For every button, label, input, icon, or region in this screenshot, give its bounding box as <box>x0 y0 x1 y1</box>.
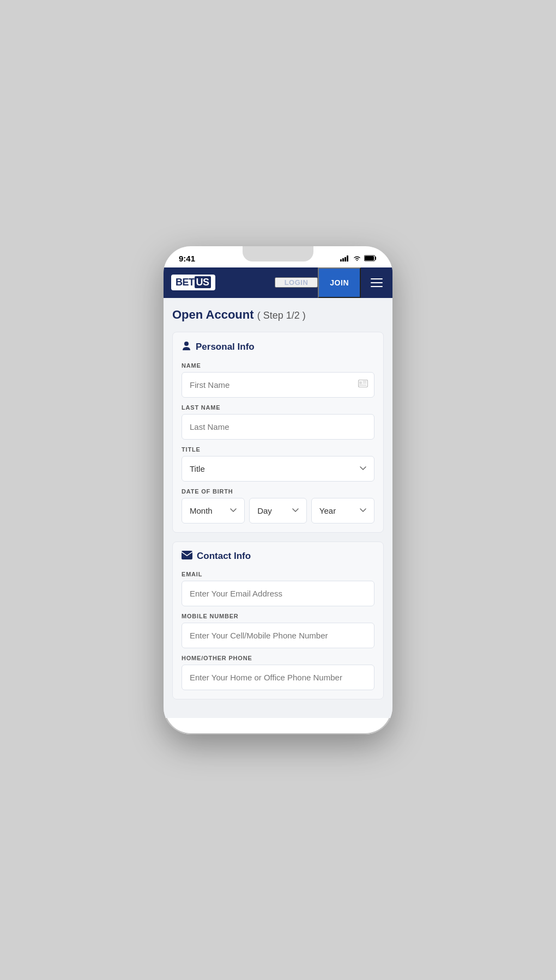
logo-box: BETUS <box>171 275 215 290</box>
month-field: Month January February March April May J… <box>182 498 245 524</box>
title-select[interactable]: Title Mr Mrs Ms Dr <box>182 456 374 482</box>
svg-rect-2 <box>345 257 346 261</box>
home-phone-label: HOME/OTHER PHONE <box>182 655 374 661</box>
login-button[interactable]: LOGIN <box>275 277 318 288</box>
join-button[interactable]: JOIN <box>318 267 361 298</box>
last-name-input[interactable] <box>182 414 374 440</box>
first-name-field-wrapper <box>182 372 374 398</box>
phone-frame: 9:41 <box>164 246 392 734</box>
svg-point-6 <box>184 342 189 346</box>
page-title: Open Account ( Step 1/2 ) <box>172 308 384 322</box>
logo-us: US <box>195 276 211 288</box>
svg-rect-5 <box>365 256 374 260</box>
navigation-bar: BETUS LOGIN JOIN <box>164 267 392 298</box>
svg-rect-12 <box>182 551 192 559</box>
hamburger-line-2 <box>371 282 383 283</box>
logo-text: BETUS <box>176 277 211 288</box>
dob-label: DATE OF BIRTH <box>182 488 374 495</box>
svg-rect-8 <box>359 381 362 384</box>
logo-area: BETUS <box>164 269 275 296</box>
mobile-label: MOBILE NUMBER <box>182 613 374 619</box>
personal-info-section: Personal Info NAME LAST NAME TITLE <box>172 332 384 533</box>
hamburger-menu[interactable] <box>361 267 392 298</box>
personal-info-header: Personal Info <box>182 341 374 354</box>
day-select[interactable]: Day 123456789101112131415161718192021222… <box>249 498 307 524</box>
hamburger-line-3 <box>371 286 383 287</box>
id-card-icon <box>358 380 368 389</box>
contact-info-title: Contact Info <box>197 551 251 562</box>
mobile-input[interactable] <box>182 623 374 648</box>
svg-rect-0 <box>340 259 342 261</box>
status-time: 9:41 <box>179 254 195 263</box>
dob-row: Month January February March April May J… <box>182 498 374 524</box>
notch <box>243 246 313 261</box>
contact-info-header: Contact Info <box>182 551 374 562</box>
name-label: NAME <box>182 362 374 369</box>
svg-rect-3 <box>347 255 348 261</box>
signal-icon <box>340 255 350 261</box>
status-icons <box>340 255 377 261</box>
envelope-icon <box>182 551 192 562</box>
email-label: EMAIL <box>182 571 374 577</box>
last-name-label: LAST NAME <box>182 404 374 411</box>
day-field: Day 123456789101112131415161718192021222… <box>249 498 307 524</box>
page-content: Open Account ( Step 1/2 ) Personal Info … <box>164 298 392 718</box>
svg-rect-1 <box>342 258 344 261</box>
month-select[interactable]: Month January February March April May J… <box>182 498 245 524</box>
page-step: ( Step 1/2 ) <box>257 310 306 321</box>
first-name-input[interactable] <box>182 372 374 398</box>
hamburger-line-1 <box>371 278 383 279</box>
email-input[interactable] <box>182 581 374 606</box>
personal-info-title: Personal Info <box>196 342 255 352</box>
person-icon <box>182 341 191 354</box>
contact-info-section: Contact Info EMAIL MOBILE NUMBER HOME/OT… <box>172 541 384 699</box>
wifi-icon <box>353 255 361 261</box>
logo-bet: BET <box>176 277 195 288</box>
year-field: Year 20082007200620052004200320022001200… <box>311 498 374 524</box>
home-phone-input[interactable] <box>182 665 374 690</box>
year-select[interactable]: Year 20082007200620052004200320022001200… <box>311 498 374 524</box>
battery-icon <box>364 255 377 261</box>
title-label: TITLE <box>182 446 374 453</box>
